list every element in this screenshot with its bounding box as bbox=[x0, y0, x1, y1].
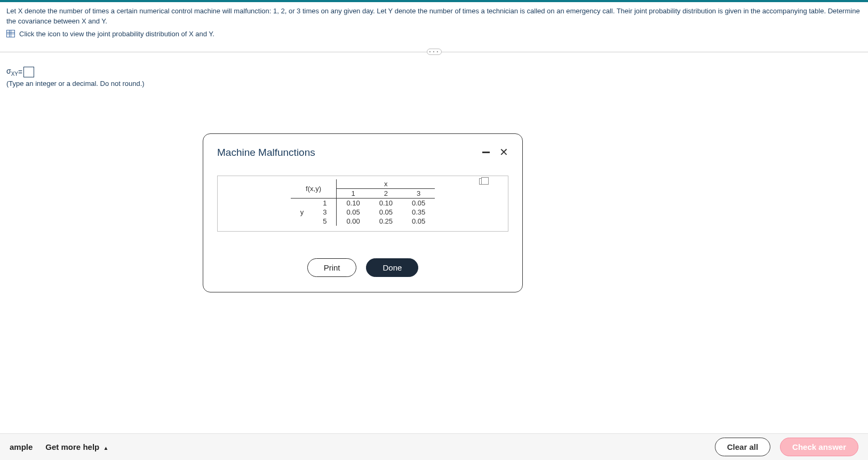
check-answer-button[interactable]: Check answer bbox=[780, 438, 858, 456]
example-link[interactable]: ample bbox=[10, 442, 33, 451]
modal-header: Machine Malfunctions ✕ bbox=[217, 147, 508, 158]
answer-row: σXY = bbox=[6, 67, 862, 77]
footer-bar: ample Get more help ▲ Clear all Check an… bbox=[0, 433, 868, 460]
data-cell: 0.00 bbox=[337, 217, 370, 226]
print-button[interactable]: Print bbox=[307, 258, 357, 277]
x-val: 1 bbox=[337, 189, 370, 199]
sigma-symbol: σXY bbox=[6, 67, 18, 77]
data-cell: 0.35 bbox=[402, 208, 435, 217]
done-button[interactable]: Done bbox=[366, 258, 418, 277]
fxy-cell: f(x,y) bbox=[291, 179, 337, 199]
close-icon[interactable]: ✕ bbox=[499, 147, 508, 157]
table-container: f(x,y) x 1 2 3 y 1 0.10 0.10 0.05 3 0.05… bbox=[217, 176, 508, 232]
more-help-link[interactable]: Get more help ▲ bbox=[45, 442, 108, 451]
data-cell: 0.10 bbox=[337, 199, 370, 208]
data-cell: 0.05 bbox=[402, 199, 435, 208]
data-cell: 0.05 bbox=[402, 217, 435, 226]
caret-up-icon: ▲ bbox=[103, 445, 108, 451]
data-cell: 0.10 bbox=[370, 199, 402, 208]
data-cell: 0.25 bbox=[370, 217, 402, 226]
table-icon bbox=[6, 30, 15, 37]
y-val: 3 bbox=[313, 208, 337, 217]
x-val: 3 bbox=[402, 189, 435, 199]
table-row: y 1 0.10 0.10 0.05 bbox=[291, 199, 435, 208]
view-table-link[interactable]: Click the icon to view the joint probabi… bbox=[6, 30, 862, 38]
y-val: 1 bbox=[313, 199, 337, 208]
modal-controls: ✕ bbox=[482, 147, 508, 157]
answer-hint: (Type an integer or a decimal. Do not ro… bbox=[6, 80, 862, 88]
clear-all-button[interactable]: Clear all bbox=[715, 438, 770, 456]
data-cell: 0.05 bbox=[370, 208, 402, 217]
footer-left: ample Get more help ▲ bbox=[10, 442, 108, 451]
covariance-input[interactable] bbox=[23, 67, 34, 77]
distribution-modal: Machine Malfunctions ✕ f(x,y) x 1 2 3 y … bbox=[203, 133, 523, 292]
question-text: Let X denote the number of times a certa… bbox=[6, 6, 862, 27]
section-divider: • • • bbox=[0, 46, 868, 57]
x-val: 2 bbox=[370, 189, 402, 199]
y-header: y bbox=[291, 199, 314, 226]
modal-title: Machine Malfunctions bbox=[217, 147, 315, 158]
modal-button-row: Print Done bbox=[217, 258, 508, 277]
x-header: x bbox=[337, 179, 435, 189]
joint-distribution-table: f(x,y) x 1 2 3 y 1 0.10 0.10 0.05 3 0.05… bbox=[291, 179, 435, 226]
divider-handle[interactable]: • • • bbox=[427, 49, 442, 55]
more-help-label: Get more help bbox=[45, 442, 99, 451]
minimize-icon[interactable] bbox=[482, 152, 490, 153]
copy-icon[interactable] bbox=[479, 178, 485, 185]
equals-sign: = bbox=[18, 68, 22, 76]
footer-right: Clear all Check answer bbox=[715, 438, 858, 456]
question-area: Let X denote the number of times a certa… bbox=[0, 2, 868, 43]
y-val: 5 bbox=[313, 217, 337, 226]
table-row: f(x,y) x bbox=[291, 179, 435, 189]
answer-area: σXY = (Type an integer or a decimal. Do … bbox=[0, 57, 868, 97]
data-cell: 0.05 bbox=[337, 208, 370, 217]
view-table-link-text: Click the icon to view the joint probabi… bbox=[19, 30, 214, 38]
